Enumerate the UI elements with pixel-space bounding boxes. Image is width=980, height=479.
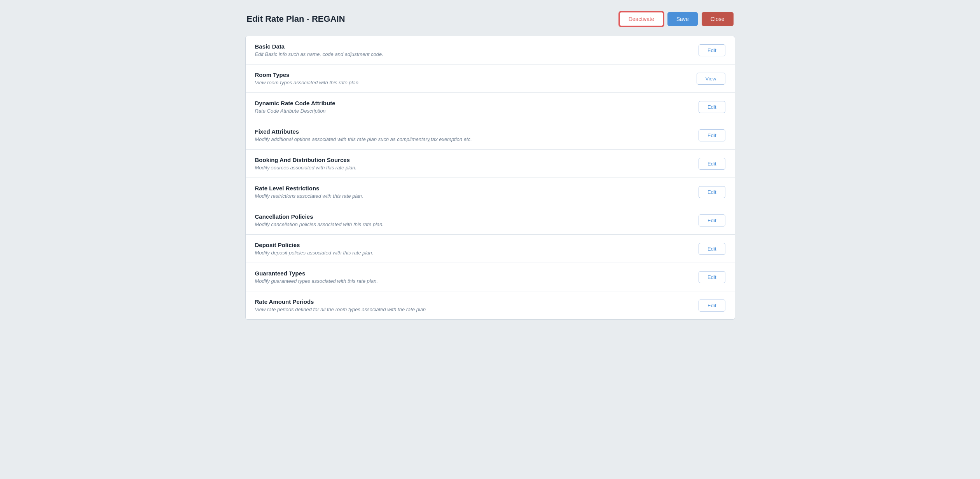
section-btn-basic-data[interactable]: Edit: [699, 44, 725, 56]
save-button[interactable]: Save: [667, 12, 698, 26]
section-action-booking-distribution: Edit: [699, 158, 725, 170]
section-text-booking-distribution: Booking And Distribution SourcesModify s…: [255, 157, 691, 171]
section-row-booking-distribution: Booking And Distribution SourcesModify s…: [246, 150, 735, 178]
section-title-rate-amount-periods: Rate Amount Periods: [255, 298, 691, 305]
section-title-room-types: Room Types: [255, 71, 689, 78]
section-desc-rate-amount-periods: View rate periods defined for all the ro…: [255, 307, 691, 312]
section-text-cancellation-policies: Cancellation PoliciesModify cancellation…: [255, 213, 691, 227]
section-row-dynamic-rate-code: Dynamic Rate Code AttributeRate Code Att…: [246, 93, 735, 121]
page-container: Edit Rate Plan - REGAIN Deactivate Save …: [245, 12, 735, 467]
section-btn-booking-distribution[interactable]: Edit: [699, 158, 725, 170]
section-title-dynamic-rate-code: Dynamic Rate Code Attribute: [255, 100, 691, 106]
section-btn-rate-amount-periods[interactable]: Edit: [699, 300, 725, 312]
section-text-fixed-attributes: Fixed AttributesModify additional option…: [255, 128, 691, 142]
section-row-deposit-policies: Deposit PoliciesModify deposit policies …: [246, 235, 735, 263]
section-text-dynamic-rate-code: Dynamic Rate Code AttributeRate Code Att…: [255, 100, 691, 114]
section-btn-cancellation-policies[interactable]: Edit: [699, 214, 725, 226]
section-text-rate-level-restrictions: Rate Level RestrictionsModify restrictio…: [255, 185, 691, 199]
section-desc-deposit-policies: Modify deposit policies associated with …: [255, 250, 691, 256]
header-actions: Deactivate Save Close: [619, 12, 734, 26]
section-text-room-types: Room TypesView room types associated wit…: [255, 71, 689, 85]
section-action-dynamic-rate-code: Edit: [699, 101, 725, 113]
section-title-cancellation-policies: Cancellation Policies: [255, 213, 691, 220]
section-text-basic-data: Basic DataEdit Basic info such as name, …: [255, 43, 691, 57]
section-desc-cancellation-policies: Modify cancellation policies associated …: [255, 221, 691, 227]
section-btn-rate-level-restrictions[interactable]: Edit: [699, 186, 725, 198]
section-action-rate-amount-periods: Edit: [699, 300, 725, 312]
section-desc-basic-data: Edit Basic info such as name, code and a…: [255, 51, 691, 57]
section-title-deposit-policies: Deposit Policies: [255, 242, 691, 248]
section-row-basic-data: Basic DataEdit Basic info such as name, …: [246, 36, 735, 64]
section-action-cancellation-policies: Edit: [699, 214, 725, 226]
section-desc-guaranteed-types: Modify guaranteed types associated with …: [255, 278, 691, 284]
section-row-rate-level-restrictions: Rate Level RestrictionsModify restrictio…: [246, 178, 735, 206]
section-title-basic-data: Basic Data: [255, 43, 691, 50]
close-button[interactable]: Close: [702, 12, 734, 26]
section-row-room-types: Room TypesView room types associated wit…: [246, 64, 735, 93]
section-title-rate-level-restrictions: Rate Level Restrictions: [255, 185, 691, 192]
section-action-deposit-policies: Edit: [699, 243, 725, 255]
section-row-guaranteed-types: Guaranteed TypesModify guaranteed types …: [246, 263, 735, 291]
section-btn-dynamic-rate-code[interactable]: Edit: [699, 101, 725, 113]
section-action-rate-level-restrictions: Edit: [699, 186, 725, 198]
section-desc-fixed-attributes: Modify additional options associated wit…: [255, 136, 691, 142]
section-action-room-types: View: [697, 73, 725, 85]
section-action-basic-data: Edit: [699, 44, 725, 56]
page-title: Edit Rate Plan - REGAIN: [247, 14, 345, 24]
content-card: Basic DataEdit Basic info such as name, …: [245, 36, 735, 320]
section-desc-dynamic-rate-code: Rate Code Attribute Description: [255, 108, 691, 114]
section-btn-deposit-policies[interactable]: Edit: [699, 243, 725, 255]
section-action-guaranteed-types: Edit: [699, 271, 725, 283]
section-title-guaranteed-types: Guaranteed Types: [255, 270, 691, 277]
section-title-booking-distribution: Booking And Distribution Sources: [255, 157, 691, 163]
section-text-guaranteed-types: Guaranteed TypesModify guaranteed types …: [255, 270, 691, 284]
section-desc-rate-level-restrictions: Modify restrictions associated with this…: [255, 193, 691, 199]
page-header: Edit Rate Plan - REGAIN Deactivate Save …: [245, 12, 735, 26]
section-desc-room-types: View room types associated with this rat…: [255, 80, 689, 85]
section-btn-guaranteed-types[interactable]: Edit: [699, 271, 725, 283]
section-row-rate-amount-periods: Rate Amount PeriodsView rate periods def…: [246, 291, 735, 319]
section-title-fixed-attributes: Fixed Attributes: [255, 128, 691, 135]
section-text-rate-amount-periods: Rate Amount PeriodsView rate periods def…: [255, 298, 691, 312]
section-text-deposit-policies: Deposit PoliciesModify deposit policies …: [255, 242, 691, 256]
section-btn-fixed-attributes[interactable]: Edit: [699, 129, 725, 141]
section-row-fixed-attributes: Fixed AttributesModify additional option…: [246, 121, 735, 150]
section-desc-booking-distribution: Modify sources associated with this rate…: [255, 165, 691, 171]
section-action-fixed-attributes: Edit: [699, 129, 725, 141]
section-row-cancellation-policies: Cancellation PoliciesModify cancellation…: [246, 206, 735, 235]
section-btn-room-types[interactable]: View: [697, 73, 725, 85]
deactivate-button[interactable]: Deactivate: [619, 12, 664, 26]
